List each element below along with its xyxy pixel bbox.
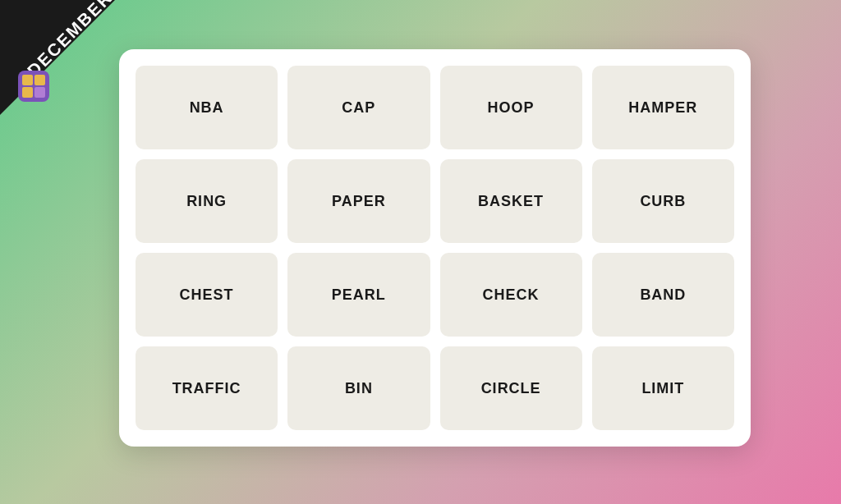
grid-cell-pearl[interactable]: PEARL bbox=[287, 253, 430, 337]
grid-cell-limit[interactable]: LIMIT bbox=[592, 346, 734, 430]
grid-cell-bin[interactable]: BIN bbox=[287, 346, 430, 430]
grid-cell-check[interactable]: CHECK bbox=[440, 253, 582, 337]
grid-cell-paper[interactable]: PAPER bbox=[287, 159, 430, 243]
cell-label-bin: BIN bbox=[345, 380, 373, 397]
grid-cell-hoop[interactable]: HOOP bbox=[440, 66, 582, 149]
grid-cell-chest[interactable]: CHEST bbox=[136, 253, 278, 337]
cell-label-pearl: PEARL bbox=[332, 286, 386, 304]
cell-label-cap: CAP bbox=[342, 99, 375, 117]
grid-cell-hamper[interactable]: HAMPER bbox=[592, 66, 734, 149]
grid-cell-ring[interactable]: RING bbox=[136, 159, 278, 243]
cell-label-circle: CIRCLE bbox=[481, 380, 541, 397]
cell-label-hoop: HOOP bbox=[488, 99, 535, 117]
cell-label-traffic: TRAFFIC bbox=[172, 380, 241, 397]
grid-cell-basket[interactable]: BASKET bbox=[440, 159, 582, 243]
cell-label-ring: RING bbox=[186, 193, 227, 210]
icon-block-bl bbox=[22, 87, 33, 98]
grid-cell-traffic[interactable]: TRAFFIC bbox=[136, 346, 278, 430]
cell-label-band: BAND bbox=[640, 286, 686, 304]
icon-block-tr bbox=[34, 75, 45, 85]
cell-label-paper: PAPER bbox=[332, 193, 386, 210]
grid-cell-curb[interactable]: CURB bbox=[592, 159, 734, 243]
icon-block-tl bbox=[22, 75, 33, 85]
cell-label-hamper: HAMPER bbox=[628, 99, 697, 117]
grid-cell-band[interactable]: BAND bbox=[592, 253, 734, 337]
icon-block-br bbox=[34, 87, 45, 98]
grid-cell-circle[interactable]: CIRCLE bbox=[440, 346, 582, 430]
cell-label-curb: CURB bbox=[640, 193, 686, 210]
cell-label-chest: CHEST bbox=[180, 286, 234, 304]
cell-label-basket: BASKET bbox=[478, 193, 544, 210]
word-grid: NBACAPHOOPHAMPERRINGPAPERBASKETCURBCHEST… bbox=[136, 66, 734, 430]
main-card: NBACAPHOOPHAMPERRINGPAPERBASKETCURBCHEST… bbox=[119, 49, 751, 447]
app-icon bbox=[18, 71, 49, 102]
cell-label-check: CHECK bbox=[483, 286, 540, 304]
cell-label-limit: LIMIT bbox=[641, 380, 684, 397]
grid-cell-cap[interactable]: CAP bbox=[287, 66, 430, 149]
grid-cell-nba[interactable]: NBA bbox=[136, 66, 278, 149]
cell-label-nba: NBA bbox=[190, 99, 224, 117]
